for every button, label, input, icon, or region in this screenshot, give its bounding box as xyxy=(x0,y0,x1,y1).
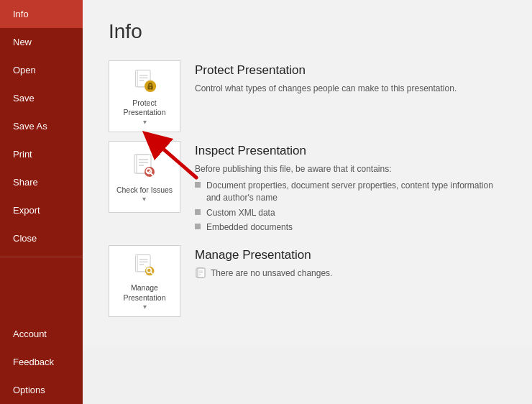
main-wrapper: Info Protect xyxy=(83,0,532,404)
bullet-icon xyxy=(195,224,201,229)
check-for-issues-button[interactable]: Check for Issues ▾ xyxy=(109,141,180,213)
protect-icon-label: Protect Presentation ▾ xyxy=(115,98,174,126)
manage-presentation-button[interactable]: Manage Presentation ▾ xyxy=(109,245,180,317)
sidebar-bottom: Account Feedback Options xyxy=(0,320,83,404)
bullet-icon xyxy=(195,182,201,188)
manage-icon xyxy=(129,252,160,279)
manage-dropdown-arrow: ▾ xyxy=(143,303,147,311)
unsaved-row: There are no unsaved changes. xyxy=(195,267,332,280)
sidebar-item-account[interactable]: Account xyxy=(0,320,83,348)
main-content: Info Protect xyxy=(83,0,532,346)
list-item: Embedded documents xyxy=(195,221,506,234)
protect-card-desc: Control what types of changes people can… xyxy=(195,82,457,95)
protect-presentation-button[interactable]: Protect Presentation ▾ xyxy=(109,60,180,132)
protect-card-title: Protect Presentation xyxy=(195,63,457,78)
sidebar-item-save[interactable]: Save xyxy=(0,84,83,112)
sidebar-item-options[interactable]: Options xyxy=(0,376,83,404)
list-item: Custom XML data xyxy=(195,207,506,219)
sidebar-item-info[interactable]: Info xyxy=(0,0,83,28)
list-item: Document properties, document server pro… xyxy=(195,180,506,204)
sidebar-item-new[interactable]: New xyxy=(0,28,83,56)
protect-presentation-card: Protect Presentation ▾ Protect Presentat… xyxy=(109,60,506,132)
unsaved-doc-icon xyxy=(195,267,206,279)
sidebar-item-save-as[interactable]: Save As xyxy=(0,112,83,140)
manage-presentation-card: Manage Presentation ▾ Manage Presentatio… xyxy=(109,245,506,317)
unsaved-text: There are no unsaved changes. xyxy=(211,267,332,280)
protect-card-content: Protect Presentation Control what types … xyxy=(195,60,457,95)
manage-icon-label: Manage Presentation ▾ xyxy=(115,283,174,311)
inspect-icon xyxy=(129,151,160,181)
inspect-presentation-card: Check for Issues ▾ Inspect Presentation … xyxy=(109,141,506,237)
sidebar-item-print[interactable]: Print xyxy=(0,140,83,168)
inspect-card-content: Inspect Presentation Before publishing t… xyxy=(195,141,506,237)
page-title: Info xyxy=(109,20,506,43)
svg-point-7 xyxy=(150,87,151,88)
protect-dropdown-arrow: ▾ xyxy=(143,118,147,126)
sidebar-item-export[interactable]: Export xyxy=(0,196,83,224)
sidebar-item-close[interactable]: Close xyxy=(0,224,83,252)
bullet-icon xyxy=(195,209,201,215)
protect-icon xyxy=(129,67,160,94)
manage-card-title: Manage Presentation xyxy=(195,248,332,262)
sidebar: Info New Open Save Save As Print Share E… xyxy=(0,0,83,404)
manage-card-content: Manage Presentation There are no unsaved… xyxy=(195,245,332,280)
sidebar-item-share[interactable]: Share xyxy=(0,168,83,196)
sidebar-item-feedback[interactable]: Feedback xyxy=(0,348,83,376)
inspect-card-title: Inspect Presentation xyxy=(195,144,506,158)
inspect-card-list: Document properties, document server pro… xyxy=(195,180,506,234)
check-dropdown-arrow: ▾ xyxy=(142,195,146,203)
inspect-card-desc: Before publishing this file, be aware th… xyxy=(195,162,506,175)
check-icon-label: Check for Issues ▾ xyxy=(116,185,173,203)
sidebar-item-open[interactable]: Open xyxy=(0,56,83,84)
